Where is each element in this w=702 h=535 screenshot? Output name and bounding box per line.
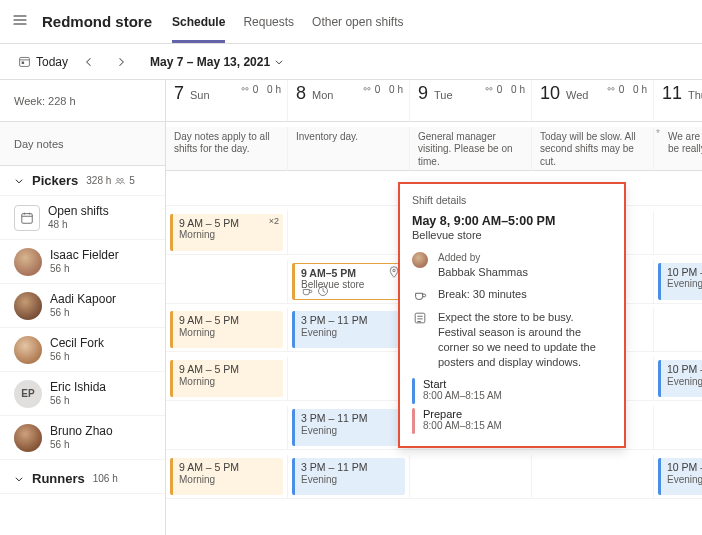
shift-label: Evening xyxy=(667,376,702,388)
day-notes-label: Day notes xyxy=(0,122,165,166)
open-shifts-label: Open shifts xyxy=(48,205,109,219)
day-note-mon[interactable]: Inventory day. xyxy=(288,127,410,171)
person-name: Isaac Fielder xyxy=(50,249,119,263)
shift-eric-mon[interactable]: 3 PM – 11 PM Evening xyxy=(292,409,405,446)
svg-point-7 xyxy=(364,87,367,90)
open-shifts-row[interactable]: Open shifts 48 h xyxy=(0,196,165,240)
day-header-sun[interactable]: 7Sun 0 0 h xyxy=(166,80,288,122)
shift-bruno-thu[interactable]: 10 PM – 6 AM Evening xyxy=(658,458,702,495)
prev-week-button[interactable] xyxy=(78,51,100,73)
group-runners-header[interactable]: Runners 106 h xyxy=(0,464,165,494)
shift-aadi-mon[interactable]: 3 PM – 11 PM Evening xyxy=(292,311,405,348)
shift-time: 3 PM – 11 PM xyxy=(301,412,399,425)
shift-time: 3 PM – 11 PM xyxy=(301,314,399,327)
day-people: 0 xyxy=(619,84,625,95)
empty-cell[interactable] xyxy=(654,211,702,255)
empty-cell[interactable] xyxy=(166,406,288,450)
shift-aadi-sun[interactable]: 9 AM – 5 PM Morning xyxy=(170,311,283,348)
empty-cell[interactable] xyxy=(166,260,288,304)
shift-label: Evening xyxy=(301,474,399,486)
empty-cell[interactable] xyxy=(532,455,654,499)
shift-isaac-thu[interactable]: 10 PM – 6 AM Evening xyxy=(658,263,702,300)
day-dow: Sun xyxy=(190,89,210,101)
person-row-cecil[interactable]: Cecil Fork 56 h xyxy=(0,328,165,372)
day-number: 10 xyxy=(540,83,560,104)
group-pickers-header[interactable]: Pickers 328 h 5 xyxy=(0,166,165,196)
day-dow: Tue xyxy=(434,89,453,101)
people-icon xyxy=(606,85,616,95)
shift-cecil-thu[interactable]: 10 PM – 6 AM Evening xyxy=(658,360,702,397)
day-number: 11 xyxy=(662,83,682,104)
next-week-button[interactable] xyxy=(110,51,132,73)
group-runners-hours: 106 h xyxy=(93,473,118,484)
person-row-bruno[interactable]: Bruno Zhao 56 h xyxy=(0,416,165,460)
person-name: Aadi Kapoor xyxy=(50,293,116,307)
shift-bruno-sun[interactable]: 9 AM – 5 PM Morning xyxy=(170,458,283,495)
people-icon xyxy=(240,85,250,95)
group-pickers-hours: 328 h xyxy=(86,175,111,186)
day-note-thu[interactable]: *We are expecting to be really busy. xyxy=(654,127,702,171)
shift-time: 9 AM – 5 PM xyxy=(179,461,277,474)
store-title: Redmond store xyxy=(42,13,152,30)
activity-name: Start xyxy=(423,378,502,390)
empty-cell[interactable] xyxy=(410,455,532,499)
person-row-aadi[interactable]: Aadi Kapoor 56 h xyxy=(0,284,165,328)
date-range-picker[interactable]: May 7 – May 13, 2021 xyxy=(150,55,284,69)
shift-cecil-sun[interactable]: 9 AM – 5 PM Morning xyxy=(170,360,283,397)
person-row-eric[interactable]: EP Eric Ishida 56 h xyxy=(0,372,165,416)
tab-open-shifts[interactable]: Other open shifts xyxy=(312,0,403,43)
svg-point-11 xyxy=(608,87,611,90)
menu-icon[interactable] xyxy=(12,12,28,31)
chevron-down-icon xyxy=(274,57,284,67)
day-header-tue[interactable]: 9Tue 0 0 h xyxy=(410,80,532,122)
day-note-text: We are expecting to be really busy. xyxy=(662,131,702,156)
person-row-isaac[interactable]: Isaac Fielder 56 h xyxy=(0,240,165,284)
day-number: 8 xyxy=(296,83,306,104)
activity-start: Start 8:00 AM–8:15 AM xyxy=(412,378,612,404)
person-hours: 56 h xyxy=(50,263,119,275)
group-pickers-name: Pickers xyxy=(32,173,78,188)
open-shift-sun[interactable]: 9 AM – 5 PM Morning ×2 xyxy=(170,214,283,251)
day-note-wed[interactable]: Today will be slow. All second shifts ma… xyxy=(532,127,654,171)
avatar xyxy=(14,424,42,452)
shift-bruno-mon[interactable]: 3 PM – 11 PM Evening xyxy=(292,458,405,495)
day-people: 0 xyxy=(375,84,381,95)
people-icon xyxy=(115,176,125,186)
shift-multiplier: ×2 xyxy=(269,216,279,227)
person-hours: 56 h xyxy=(50,395,106,407)
svg-point-8 xyxy=(367,87,370,90)
empty-cell[interactable] xyxy=(654,406,702,450)
chevron-right-icon xyxy=(115,56,127,68)
people-icon xyxy=(484,85,494,95)
empty-cell[interactable] xyxy=(288,211,410,255)
empty-cell[interactable] xyxy=(654,308,702,352)
shift-label: Evening xyxy=(301,327,399,339)
shift-label: Morning xyxy=(179,229,277,241)
day-header-mon[interactable]: 8Mon 0 0 h xyxy=(288,80,410,122)
shift-label: Morning xyxy=(179,474,277,486)
activity-prepare: Prepare 8:00 AM–8:15 AM xyxy=(412,408,612,434)
today-button[interactable]: Today xyxy=(18,55,68,69)
shift-time: 9 AM – 5 PM xyxy=(179,314,277,327)
person-name: Cecil Fork xyxy=(50,337,104,351)
tab-schedule[interactable]: Schedule xyxy=(172,0,225,43)
shift-label: Evening xyxy=(667,474,702,486)
day-number: 9 xyxy=(418,83,428,104)
date-range-label: May 7 – May 13, 2021 xyxy=(150,55,270,69)
today-label: Today xyxy=(36,55,68,69)
shift-isaac-mon-selected[interactable]: 9 AM–5 PM Bellevue store xyxy=(292,263,405,300)
svg-point-3 xyxy=(121,178,124,181)
open-shifts-sub: 48 h xyxy=(48,219,109,231)
day-header-thu[interactable]: 11Thu xyxy=(654,80,702,122)
day-note-sun[interactable]: Day notes apply to all shifts for the da… xyxy=(166,127,288,171)
empty-cell[interactable] xyxy=(288,357,410,401)
svg-rect-0 xyxy=(20,57,30,66)
day-header-wed[interactable]: 10Wed 0 0 h xyxy=(532,80,654,122)
day-hours: 0 h xyxy=(389,84,403,95)
activity-time: 8:00 AM–8:15 AM xyxy=(423,420,502,431)
day-hours: 0 h xyxy=(267,84,281,95)
tab-requests[interactable]: Requests xyxy=(243,0,294,43)
popover-subtitle: Bellevue store xyxy=(412,229,612,241)
day-note-tue[interactable]: General manager visiting. Please be on t… xyxy=(410,127,532,171)
svg-point-10 xyxy=(489,87,492,90)
